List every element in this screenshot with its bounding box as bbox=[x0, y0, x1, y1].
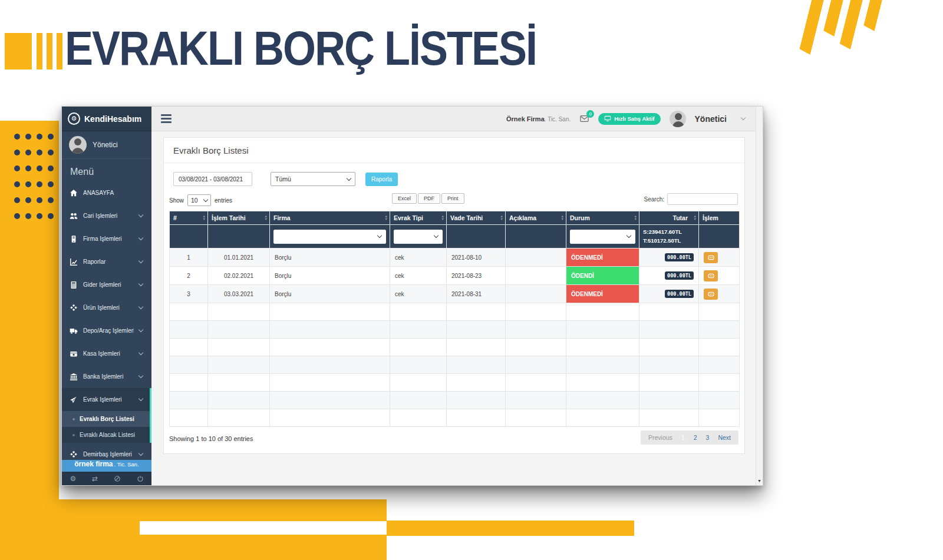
report-button[interactable]: Raporla bbox=[365, 173, 398, 186]
empty-cell bbox=[639, 303, 699, 321]
pagination-page-3[interactable]: 3 bbox=[706, 434, 710, 441]
logo-bar-decoration bbox=[57, 33, 62, 69]
table-row: 303.03.2021Borçlucek2021-08-31ÖDENMEDİ00… bbox=[170, 285, 740, 303]
dot-decoration bbox=[25, 197, 31, 203]
users-icon bbox=[69, 211, 78, 220]
column-header-4[interactable]: Vade Tarihi▲▼ bbox=[447, 211, 506, 225]
detail-button[interactable] bbox=[704, 252, 718, 263]
topbar-avatar[interactable] bbox=[670, 111, 686, 127]
app-window: ⚙ KendiHesabım Yönetici Menü ANASAYFACar… bbox=[61, 106, 763, 486]
power-icon[interactable] bbox=[137, 475, 144, 482]
top-right-bar-decoration bbox=[822, 0, 843, 37]
topbar-user-name[interactable]: Yönetici bbox=[695, 114, 727, 124]
hamburger-menu-icon[interactable] bbox=[161, 114, 172, 123]
monitor-icon bbox=[604, 115, 611, 122]
detail-button[interactable] bbox=[704, 289, 718, 300]
detail-button[interactable] bbox=[704, 270, 718, 281]
topbar-company: Örnek Firma. Tic. San. bbox=[506, 115, 571, 122]
pagination-page-1[interactable]: 1 bbox=[681, 434, 685, 441]
slash-circle-icon[interactable] bbox=[114, 475, 121, 482]
chart-icon bbox=[69, 257, 78, 266]
sidebar-item-label: Cari İşlemleri bbox=[83, 213, 134, 219]
empty-table-row bbox=[170, 392, 740, 409]
sidebar-item-depo-ara-i-lemleri[interactable]: Depo/Araç İşlemleri bbox=[62, 319, 151, 342]
column-header-5[interactable]: Açıklama▲▼ bbox=[506, 211, 566, 225]
export-button-excel[interactable]: Excel bbox=[392, 193, 417, 204]
scrollbar[interactable]: ▼ bbox=[756, 107, 763, 485]
sidebar-item-evrak-i-lemleri[interactable]: Evrak İşlemleri bbox=[62, 388, 151, 411]
column-header-8[interactable]: İşlem bbox=[699, 211, 740, 225]
sidebar-item-gider-i-lemleri[interactable]: Gider İşlemleri bbox=[62, 273, 151, 296]
exchange-icon[interactable]: ⇄ bbox=[92, 475, 98, 482]
column-header-3[interactable]: Evrak Tipi▲▼ bbox=[390, 211, 447, 225]
pagination-previous[interactable]: Previous bbox=[648, 434, 672, 441]
date-range-input[interactable] bbox=[173, 172, 252, 186]
pagination-page-2[interactable]: 2 bbox=[694, 434, 697, 441]
table-row: 202.02.2021Borçlucek2021-08-23ÖDENDİ000.… bbox=[170, 267, 740, 285]
cell-islem-tarihi: 03.03.2021 bbox=[208, 285, 270, 303]
brand-name: KendiHesabım bbox=[84, 114, 141, 124]
column-header-2[interactable]: Firma▲▼ bbox=[270, 211, 390, 225]
logo-bar-decoration bbox=[37, 33, 42, 69]
dot-decoration bbox=[14, 165, 20, 171]
mail-icon[interactable]: 0 bbox=[579, 114, 589, 123]
column-header-7[interactable]: Tutar▲▼ bbox=[639, 211, 699, 225]
sidebar-item-firma-i-lemleri[interactable]: Firma İşlemleri bbox=[62, 227, 151, 250]
export-button-print[interactable]: Print bbox=[441, 193, 464, 204]
column-header-6[interactable]: Durum▲▼ bbox=[566, 211, 639, 225]
cell-evrak-tipi: cek bbox=[390, 248, 447, 267]
settings-icon[interactable]: ⚙ bbox=[70, 475, 76, 482]
column-header-label: İşlem Tarihi bbox=[212, 214, 246, 221]
durum-filter-select[interactable] bbox=[570, 230, 635, 244]
empty-cell bbox=[170, 374, 208, 392]
empty-cell bbox=[270, 339, 390, 356]
sidebar-item-kasa-i-lemleri[interactable]: Kasa İşlemleri bbox=[62, 342, 151, 365]
cell-durum: ÖDENDİ bbox=[566, 267, 639, 285]
brand[interactable]: ⚙ KendiHesabım bbox=[62, 107, 151, 131]
scroll-down-arrow-icon[interactable]: ▼ bbox=[756, 477, 763, 485]
dots-decoration bbox=[14, 134, 54, 219]
sidebar-menu: ANASAYFACari İşlemleriFirma İşlemleriRap… bbox=[62, 181, 151, 466]
firm-bar[interactable]: örnek firma . Tic. San. bbox=[62, 460, 151, 472]
column-header-label: İşlem bbox=[703, 214, 718, 221]
sidebar-subitem[interactable]: Evraklı Alacak Listesi bbox=[62, 427, 151, 443]
search-input[interactable] bbox=[667, 193, 738, 205]
column-header-label: Vade Tarihi bbox=[450, 214, 483, 221]
export-button-pdf[interactable]: PDF bbox=[418, 193, 440, 204]
topbar: Örnek Firma. Tic. San. 0 Hızlı Satış Akt… bbox=[151, 107, 763, 131]
quick-sale-button[interactable]: Hızlı Satış Aktif bbox=[598, 113, 660, 125]
sidebar-item-label: Depo/Araç İşlemleri bbox=[83, 327, 134, 334]
type-select[interactable]: Tümü bbox=[271, 172, 355, 186]
sidebar-subitem[interactable]: Evraklı Borç Listesi bbox=[62, 411, 151, 427]
sidebar-user[interactable]: Yönetici bbox=[62, 131, 151, 159]
chevron-down-icon bbox=[139, 396, 143, 401]
dot-decoration bbox=[48, 181, 54, 187]
page-size-select[interactable]: 10 bbox=[187, 194, 211, 206]
amount-badge: 000.00TL bbox=[665, 253, 694, 261]
column-header-0[interactable]: #▲▼ bbox=[170, 211, 208, 225]
sidebar-item-banka-i-lemleri[interactable]: Banka İşlemleri bbox=[62, 365, 151, 388]
evrak-tipi-filter-select[interactable] bbox=[394, 230, 443, 244]
filter-cell-2 bbox=[270, 225, 390, 248]
empty-cell bbox=[270, 392, 390, 409]
top-right-bar-decoration bbox=[838, 0, 863, 49]
pagination-next[interactable]: Next bbox=[718, 434, 731, 441]
chevron-down-icon bbox=[139, 281, 143, 286]
empty-cell bbox=[506, 321, 566, 339]
sidebar-item-raporlar[interactable]: Raporlar bbox=[62, 250, 151, 273]
empty-cell bbox=[170, 339, 208, 356]
sidebar-item--r-n-i-lemleri[interactable]: Ürün İşlemleri bbox=[62, 296, 151, 319]
sidebar-user-name: Yönetici bbox=[93, 141, 118, 149]
sidebar-item-anasayfa[interactable]: ANASAYFA bbox=[62, 181, 151, 204]
cell-tutar: 000.00TL bbox=[639, 285, 699, 303]
chevron-down-icon[interactable] bbox=[741, 115, 746, 120]
gear-logo-icon: ⚙ bbox=[68, 112, 80, 125]
sidebar-item-cari-i-lemleri[interactable]: Cari İşlemleri bbox=[62, 204, 151, 227]
cell-islem bbox=[699, 285, 740, 303]
column-totals: S:239417.60TLT:510172.50TL bbox=[643, 228, 695, 245]
send-icon bbox=[69, 395, 78, 404]
column-header-1[interactable]: İşlem Tarihi▲▼ bbox=[208, 211, 270, 225]
sidebar-item-label: Demirbaş İşlemleri bbox=[83, 451, 134, 458]
firma-filter-select[interactable] bbox=[273, 230, 386, 244]
menu-group-expanded: Evrak İşlemleriEvraklı Borç ListesiEvrak… bbox=[62, 388, 151, 443]
